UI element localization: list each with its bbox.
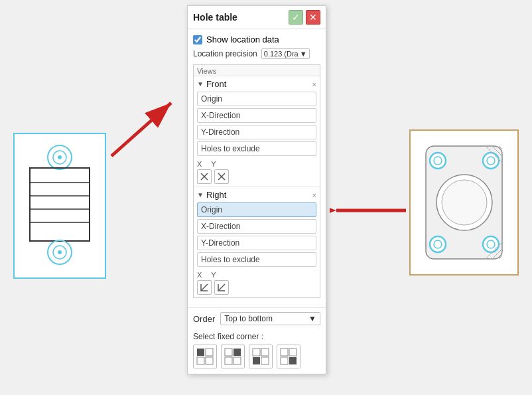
right-y-button[interactable] [214,280,229,295]
svg-point-20 [483,153,499,169]
confirm-button[interactable]: ✓ [289,10,303,25]
right-drawing-panel [409,129,519,276]
svg-rect-51 [289,349,297,356]
svg-rect-48 [253,357,260,364]
svg-rect-44 [225,357,232,364]
views-section: Views ▼ Front × Origin X-Direction Y-Dir… [193,64,320,298]
front-x-button[interactable] [197,169,212,184]
left-drawing-svg [23,143,96,269]
right-group-header: ▼ Right × [194,187,320,202]
svg-rect-39 [206,349,213,356]
svg-line-36 [201,284,208,291]
corner-br-icon [279,347,298,366]
right-origin-field[interactable]: Origin [197,202,316,217]
front-xy-labels: X Y [197,160,216,168]
svg-line-12 [111,103,171,156]
right-red-arrow [330,200,409,220]
right-holes-exclude-field[interactable]: Holes to exclude [197,252,316,267]
views-label: Views [194,65,320,76]
fixed-corner-label: Select fixed corner : [193,332,320,341]
show-location-row: Show location data [193,35,320,44]
right-xy-labels: X Y [197,271,216,279]
svg-rect-43 [233,349,241,356]
right-y-label: Y [211,271,216,279]
right-drawing-svg [413,133,515,272]
corner-top-right-button[interactable] [221,345,245,368]
dialog-body: Show location data Location precision 0.… [188,29,326,307]
corner-bottom-left-button[interactable] [249,345,273,368]
right-chevron-icon: ▼ [197,191,204,198]
corner-bl-icon [251,347,270,366]
svg-rect-38 [197,349,204,356]
svg-point-10 [58,250,62,254]
order-label: Order [193,314,215,324]
svg-rect-52 [281,357,288,364]
svg-rect-50 [281,349,288,356]
show-location-label: Show location data [206,35,279,44]
right-ydirection-field[interactable]: Y-Direction [197,236,316,250]
location-precision-label: Location precision [193,49,257,58]
right-header-left: ▼ Right [197,190,226,200]
view-group-right: ▼ Right × Origin X-Direction Y-Direction… [194,187,320,297]
order-chevron-icon: ▼ [308,314,316,323]
svg-rect-41 [206,357,213,364]
front-fields: Origin X-Direction Y-Direction Holes to … [194,92,320,187]
precision-chevron-icon: ▼ [300,50,307,58]
order-row: Order Top to bottom ▼ [188,307,326,329]
front-y-button[interactable] [214,169,229,184]
right-x-label: X [197,271,202,279]
right-group-label: Right [206,190,226,200]
svg-rect-42 [225,349,232,356]
corner-buttons [193,345,320,368]
location-precision-row: Location precision 0.123 (Dra ▼ [193,48,320,59]
svg-point-17 [442,180,487,225]
left-drawing-panel [13,133,106,279]
front-close-icon[interactable]: × [312,80,316,88]
svg-rect-46 [253,349,260,356]
svg-rect-3 [30,168,90,241]
precision-value: 0.123 (Dra [264,50,299,58]
precision-dropdown[interactable]: 0.123 (Dra ▼ [261,48,310,59]
front-holes-exclude-field[interactable]: Holes to exclude [197,141,316,156]
dialog-title-actions: ✓ ✕ [289,10,320,25]
right-xy-row: X Y [197,269,316,280]
front-ydirection-field[interactable]: Y-Direction [197,125,316,139]
order-value: Top to bottom [224,314,273,323]
front-group-label: Front [206,79,226,89]
svg-point-2 [58,155,62,159]
dialog-title: Hole table [193,12,237,23]
right-fields: Origin X-Direction Y-Direction Holes to … [194,202,320,297]
hole-table-dialog: Hole table ✓ ✕ Show location data Locati… [187,5,326,374]
svg-point-22 [430,236,446,252]
view-group-front: ▼ Front × Origin X-Direction Y-Direction… [194,76,320,187]
front-xy-buttons [197,169,316,184]
fixed-corner-row: Select fixed corner : [188,329,326,374]
svg-point-24 [483,236,499,252]
right-xy-buttons [197,280,316,295]
front-x-label: X [197,160,202,168]
close-button[interactable]: ✕ [306,10,320,25]
corner-top-left-button[interactable] [193,345,217,368]
svg-rect-53 [289,357,297,364]
front-group-header: ▼ Front × [194,76,320,92]
left-red-arrow [105,96,184,163]
corner-tr-icon [224,347,242,366]
front-chevron-icon: ▼ [197,80,204,88]
right-xdirection-field[interactable]: X-Direction [197,219,316,234]
right-x-button[interactable] [197,280,212,295]
corner-bottom-right-button[interactable] [277,345,300,368]
svg-rect-45 [233,357,241,364]
order-dropdown[interactable]: Top to bottom ▼ [220,312,320,325]
svg-rect-47 [261,349,269,356]
front-origin-field[interactable]: Origin [197,92,316,106]
corner-tl-icon [196,347,214,366]
front-xy-row: X Y [197,158,316,169]
svg-rect-40 [197,357,204,364]
show-location-checkbox[interactable] [193,35,202,44]
svg-point-18 [430,153,446,169]
front-xdirection-field[interactable]: X-Direction [197,108,316,123]
svg-rect-49 [261,357,269,364]
right-close-icon[interactable]: × [312,191,316,199]
front-y-label: Y [211,160,216,168]
front-header-left: ▼ Front [197,79,226,89]
